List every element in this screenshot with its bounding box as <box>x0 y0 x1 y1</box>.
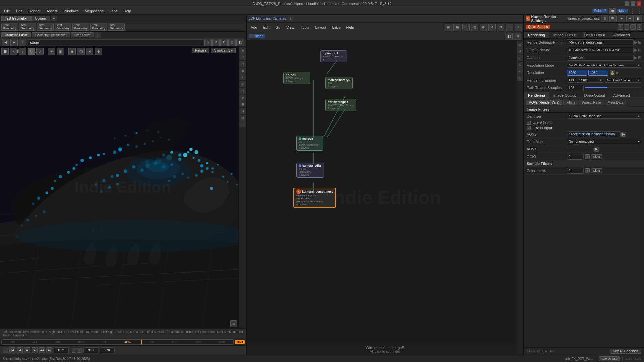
view-refresh[interactable]: ↺ <box>212 39 220 46</box>
side-icon-5[interactable]: ⌖ <box>239 74 246 80</box>
layout-btn2[interactable]: ⋮ <box>637 7 643 15</box>
prev-frame[interactable]: ◀ <box>17 347 23 353</box>
props-collapse[interactable]: ◧ <box>635 15 642 22</box>
subtab-filters[interactable]: Filters <box>563 100 578 105</box>
lop-menu-layout[interactable]: Layout <box>313 25 329 30</box>
tab-image-output2[interactable]: Image Output <box>549 92 580 99</box>
props-plus[interactable]: + <box>618 15 625 22</box>
snap-btn[interactable]: ⚹ <box>48 48 55 55</box>
close-btn[interactable]: ✕ <box>637 1 641 6</box>
next-frame[interactable]: ▶| <box>46 347 52 353</box>
subtab-aspect[interactable]: Aspect Ratio <box>579 100 604 105</box>
subtab-aovs[interactable]: AOVs (Render Vars) <box>526 100 562 105</box>
tab-rendering[interactable]: Rendering <box>524 32 549 38</box>
node-graph[interactable]: Indie Edition <box>247 40 523 355</box>
node-karmarendersettings2[interactable]: K karmarendersettings2 RHI/Buildings / 8… <box>293 188 336 208</box>
props-minus[interactable]: − <box>626 15 634 22</box>
side-icon-8[interactable]: ⊕ <box>239 95 246 101</box>
play-reverse[interactable]: ◀◀ <box>39 347 45 353</box>
lop-expand[interactable]: ⊞ <box>514 33 521 40</box>
lop-menu-add[interactable]: Add <box>248 25 260 30</box>
nav-up[interactable]: ↑ <box>19 39 26 46</box>
settings-btn[interactable]: ⚙ <box>95 48 102 55</box>
tab-add2[interactable]: + <box>95 32 101 38</box>
color-limits-clear[interactable]: Clear <box>591 168 602 173</box>
tab-deep-output2[interactable]: Deep Output <box>580 92 609 99</box>
subtab-meta[interactable]: Meta Data <box>605 100 626 105</box>
tab-geo-spreadsheet[interactable]: Geometry Spreadsheet <box>32 32 70 37</box>
output-link[interactable]: ▶ <box>634 48 637 52</box>
input-camera[interactable] <box>567 55 634 61</box>
view-collapse[interactable]: ◧ <box>236 39 244 46</box>
rotate-btn[interactable]: ↻ <box>28 48 35 55</box>
tab-add[interactable]: + <box>51 16 57 21</box>
lop-tab-add[interactable]: + <box>287 16 293 21</box>
output-expand[interactable]: ⊞ <box>638 48 641 52</box>
side-icon-2[interactable]: ↺ <box>239 54 246 60</box>
lop-side-1[interactable]: ⊕ <box>517 42 523 48</box>
nav-forward[interactable]: ▶ <box>10 39 18 46</box>
layout-btn[interactable]: ⋮ <box>629 7 635 15</box>
lop-menu-view[interactable]: View <box>284 25 297 30</box>
menu-edit[interactable]: Edit <box>13 8 25 14</box>
node-merge5[interactable]: merge5 0:0TDV/Buildings:0R6 Layers <box>296 136 323 151</box>
ocio-clear[interactable]: Clear <box>591 154 602 159</box>
aovs-display2[interactable] <box>567 148 594 150</box>
props-search[interactable]: 🔍 <box>609 15 617 22</box>
menu-megascans[interactable]: Megascans <box>82 8 106 14</box>
input-render-settings[interactable] <box>567 39 634 45</box>
lop-side-5[interactable]: ⌖ <box>517 68 523 74</box>
lop-menu-tools[interactable]: Tools <box>298 25 312 30</box>
link-icon[interactable]: ▶ <box>634 40 637 45</box>
menu-labs[interactable]: Labs <box>107 8 120 14</box>
tool-4[interactable]: TestGeometry <box>55 23 71 31</box>
ocio-plus[interactable]: + <box>585 154 590 159</box>
select-btn[interactable]: ↖ <box>10 48 17 55</box>
nav-back[interactable]: ◀ <box>2 39 9 46</box>
dropdown-resolution-mode[interactable]: Set Width, Compute Height from Camera ▾ <box>567 63 641 68</box>
quick-setup-btn[interactable]: Quick Setups <box>526 25 550 29</box>
node-materiallibrary2[interactable]: materiallibrary2 A:02 Layers <box>325 77 353 89</box>
path-input[interactable] <box>28 39 203 45</box>
lop-menu-edit[interactable]: Edit <box>261 25 272 30</box>
node-camera-edit5[interactable]: camera_edit5 AOVs/cam/cam16 Layers <box>296 163 324 178</box>
menu-windows[interactable]: Windows <box>61 8 82 14</box>
side-icon-1[interactable]: ⊕ <box>239 48 246 54</box>
color-limits-plus[interactable]: + <box>585 168 590 173</box>
tool-5[interactable]: TestGeometry <box>72 23 89 31</box>
step-icon[interactable]: ↑ <box>72 348 76 353</box>
menu-file[interactable]: File <box>1 8 13 14</box>
lop-zoom-in[interactable]: + <box>515 24 522 31</box>
tab-oceans[interactable]: Oceans <box>31 16 50 21</box>
lop-tool-1[interactable]: ⊞ <box>445 24 452 31</box>
lop-side-6[interactable]: ◎ <box>517 75 523 81</box>
expand-icon[interactable]: ⊞ <box>638 40 641 45</box>
lop-zoom-out[interactable]: − <box>506 24 513 31</box>
camera-link[interactable]: ▶ <box>634 55 637 60</box>
view-settings[interactable]: ⚙ <box>220 39 228 46</box>
input-res-w[interactable] <box>567 70 587 76</box>
camera-expand[interactable]: ⊞ <box>638 55 641 60</box>
input-ocio[interactable] <box>567 154 584 160</box>
lop-side-4[interactable]: ⊡ <box>517 62 523 68</box>
lop-menu-labs[interactable]: Labs <box>330 25 343 30</box>
side-icon-3[interactable]: ⊡ <box>239 61 246 67</box>
input-path-traced[interactable] <box>567 85 584 91</box>
workspace-badge[interactable]: Solaris2 <box>592 9 608 13</box>
node-lopimport2[interactable]: lopimport2 FX/FRT_TRAILS1 <box>320 50 347 62</box>
side-icon-4[interactable]: ⊞ <box>239 68 246 74</box>
tool-3[interactable]: TestGeometry <box>37 23 54 31</box>
tab-advanced[interactable]: Advanced <box>609 32 634 38</box>
tool-1[interactable]: TestGeometry <box>1 23 18 31</box>
light-btn[interactable]: ☀ <box>86 48 93 55</box>
props-gear[interactable]: ⚙ <box>601 15 608 22</box>
lop-tool-7[interactable]: ⚙ <box>497 24 504 31</box>
props-scroll[interactable]: RenderSettings Primit... ▶ ⊞ Output Pict… <box>524 39 644 347</box>
lop-stage-badge[interactable]: ⬛ stage <box>249 34 265 38</box>
current-frame[interactable] <box>54 347 69 353</box>
props-tool-4[interactable]: ↓ <box>637 24 642 30</box>
lock-aspect[interactable]: 🔒 <box>610 70 615 75</box>
tool-7[interactable]: TestGeometry <box>108 23 125 31</box>
checkbox-albedo[interactable] <box>527 121 531 125</box>
move-btn[interactable]: ↕ <box>19 48 26 55</box>
